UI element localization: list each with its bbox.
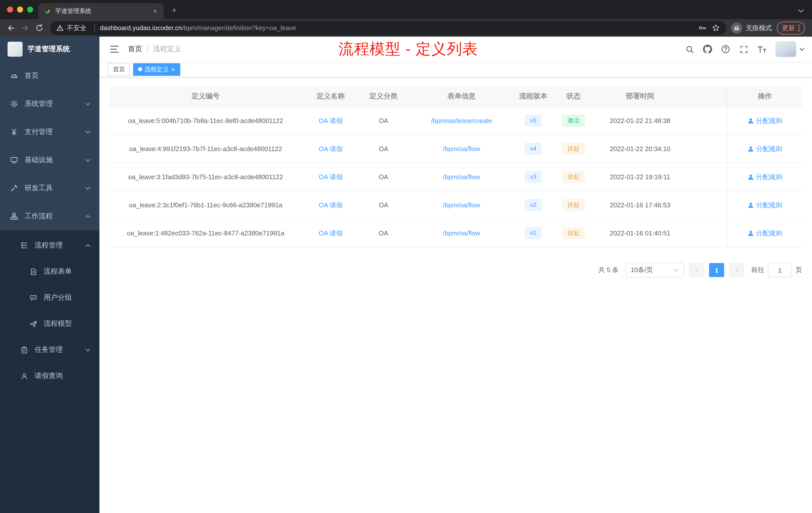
status-badge: 激活 bbox=[562, 115, 584, 126]
deploy-time: 2022-01-22 21:48:38 bbox=[596, 107, 727, 135]
tag-home[interactable]: 首页 bbox=[108, 63, 130, 76]
assign-rule-button[interactable]: 分配规则 bbox=[748, 173, 782, 181]
sidebar-item-payment[interactable]: 支付管理 bbox=[0, 118, 99, 146]
sidebar-item-label: 基础设施 bbox=[25, 156, 79, 164]
fullscreen-icon[interactable] bbox=[736, 42, 751, 57]
update-browser-button[interactable]: 更新 bbox=[777, 21, 805, 34]
back-icon[interactable] bbox=[4, 21, 18, 35]
more-menu-icon[interactable] bbox=[798, 24, 800, 31]
browser-toolbar: 不安全 dashboard.yudao.iocoder.cn /bpm/mana… bbox=[0, 19, 812, 37]
bookmark-star-icon[interactable] bbox=[712, 24, 720, 32]
window-controls bbox=[7, 6, 33, 12]
goto-unit: 页 bbox=[795, 266, 802, 275]
definition-category: OA bbox=[359, 191, 407, 219]
app-navbar: 首页 / 流程定义 流程模型 - 定义列表 bbox=[99, 37, 812, 62]
status-badge: 挂起 bbox=[562, 228, 584, 239]
column-header: 表单信息 bbox=[407, 86, 516, 107]
not-secure-warning-icon bbox=[56, 24, 64, 32]
hamburger-icon[interactable] bbox=[107, 42, 122, 57]
sidebar-item-process-management[interactable]: 流程管理 bbox=[0, 233, 99, 259]
definition-table: 定义编号 定义名称 定义分类 表单信息 流程版本 状态 部署时间 操作 oa_l bbox=[110, 86, 802, 247]
close-window-button[interactable] bbox=[7, 6, 13, 12]
github-icon[interactable] bbox=[700, 42, 715, 57]
chevron-down-icon bbox=[85, 158, 90, 162]
page-number-button[interactable]: 1 bbox=[709, 263, 724, 277]
security-label[interactable]: 不安全 bbox=[67, 23, 86, 32]
sidebar-item-system[interactable]: 系统管理 bbox=[0, 90, 99, 118]
definition-name-link[interactable]: OA 请假 bbox=[319, 117, 343, 124]
sidebar-item-home[interactable]: 首页 bbox=[0, 62, 99, 90]
column-header: 定义名称 bbox=[302, 86, 360, 107]
help-icon[interactable] bbox=[718, 42, 733, 57]
sidebar-item-task-management[interactable]: 任务管理 bbox=[0, 337, 99, 363]
goto-label: 前往 bbox=[751, 266, 764, 275]
sidebar-item-workflow[interactable]: 工作流程 bbox=[0, 202, 99, 231]
address-bar[interactable]: 不安全 dashboard.yudao.iocoder.cn /bpm/mana… bbox=[50, 21, 726, 35]
workflow-icon bbox=[10, 212, 18, 220]
tag-close-icon[interactable]: × bbox=[171, 66, 175, 72]
assign-rule-button[interactable]: 分配规则 bbox=[748, 201, 782, 210]
navbar-actions bbox=[682, 41, 805, 57]
status-badge: 挂起 bbox=[562, 171, 584, 183]
assign-rule-button[interactable]: 分配规则 bbox=[748, 116, 782, 125]
sidebar-logo[interactable]: 芋道管理系统 bbox=[0, 37, 99, 62]
user-avatar-menu[interactable] bbox=[775, 41, 805, 57]
logo-title: 芋道管理系统 bbox=[28, 45, 70, 54]
form-link[interactable]: /bpm/oa/flow bbox=[443, 145, 480, 153]
table-row: oa_leave:4:991f2193-7b7f-11ec-a3c8-acde4… bbox=[110, 135, 802, 163]
tab-close-icon[interactable]: × bbox=[152, 7, 159, 15]
prev-page-button[interactable]: ‹ bbox=[689, 263, 704, 277]
sidebar-item-process-form[interactable]: 流程表单 bbox=[0, 259, 99, 284]
sidebar-item-user-group[interactable]: 用户分组 bbox=[0, 284, 99, 311]
yen-icon bbox=[10, 128, 18, 136]
sidebar-item-process-model[interactable]: 流程模型 bbox=[0, 311, 99, 337]
minimize-window-button[interactable] bbox=[17, 6, 23, 12]
new-tab-button[interactable]: + bbox=[169, 5, 180, 16]
breadcrumb-separator: / bbox=[147, 45, 149, 53]
page-size-select[interactable]: 10条/页 bbox=[626, 263, 684, 278]
definition-id: oa_leave:3:1fad3d93-7b75-11ec-a3c8-acde4… bbox=[110, 163, 302, 191]
assign-rule-button[interactable]: 分配规则 bbox=[748, 229, 782, 238]
zoom-window-button[interactable] bbox=[27, 6, 33, 12]
status-badge: 挂起 bbox=[562, 143, 584, 155]
font-size-icon[interactable] bbox=[754, 42, 769, 57]
app-root: 芋道管理系统 首页 系统管理 支付管理 bbox=[0, 37, 812, 513]
omnibox-icons bbox=[698, 24, 720, 32]
definition-name-link[interactable]: OA 请假 bbox=[319, 201, 343, 209]
version-badge: v5 bbox=[525, 115, 541, 126]
form-link[interactable]: /bpm/oa/leave/create bbox=[431, 117, 492, 124]
chevron-up-icon bbox=[85, 215, 90, 218]
sidebar-item-leave-query[interactable]: 请假查询 bbox=[0, 363, 99, 389]
main-area: 首页 / 流程定义 流程模型 - 定义列表 bbox=[99, 37, 812, 513]
page-size-value: 10条/页 bbox=[631, 266, 653, 275]
definition-name-link[interactable]: OA 请假 bbox=[319, 173, 343, 180]
workflow-submenu: 流程管理 流程表单 用户分组 bbox=[0, 231, 99, 513]
form-link[interactable]: /bpm/oa/flow bbox=[443, 173, 480, 181]
form-link[interactable]: /bpm/oa/flow bbox=[443, 230, 480, 237]
definition-name-link[interactable]: OA 请假 bbox=[319, 145, 343, 152]
sidebar-item-devtools[interactable]: 研发工具 bbox=[0, 174, 99, 202]
assign-rule-button[interactable]: 分配规则 bbox=[748, 144, 782, 153]
tab-search-chevron-icon[interactable] bbox=[798, 9, 804, 13]
avatar bbox=[775, 41, 796, 57]
forward-icon[interactable] bbox=[18, 21, 32, 35]
next-page-button[interactable]: › bbox=[729, 263, 744, 277]
sidebar-item-label: 首页 bbox=[25, 71, 90, 80]
sidebar-item-label: 研发工具 bbox=[25, 184, 79, 193]
breadcrumb-home[interactable]: 首页 bbox=[128, 45, 142, 54]
key-icon[interactable] bbox=[698, 24, 706, 32]
deploy-time: 2022-01-22 20:34:10 bbox=[596, 135, 727, 163]
chevron-up-icon bbox=[85, 244, 90, 247]
definition-category: OA bbox=[359, 163, 407, 191]
form-link[interactable]: /bpm/oa/flow bbox=[443, 201, 480, 209]
tag-process-definition[interactable]: 流程定义 × bbox=[133, 63, 180, 76]
sidebar-item-infrastructure[interactable]: 基础设施 bbox=[0, 146, 99, 174]
logo-avatar bbox=[7, 42, 23, 57]
chevron-down-icon bbox=[85, 102, 90, 105]
browser-tab[interactable]: 芋道管理系统 × bbox=[38, 3, 164, 19]
tab-title: 芋道管理系统 bbox=[55, 7, 148, 15]
search-icon[interactable] bbox=[682, 42, 697, 57]
definition-name-link[interactable]: OA 请假 bbox=[319, 229, 343, 237]
goto-page-input[interactable] bbox=[768, 263, 792, 278]
refresh-icon[interactable] bbox=[32, 21, 46, 35]
